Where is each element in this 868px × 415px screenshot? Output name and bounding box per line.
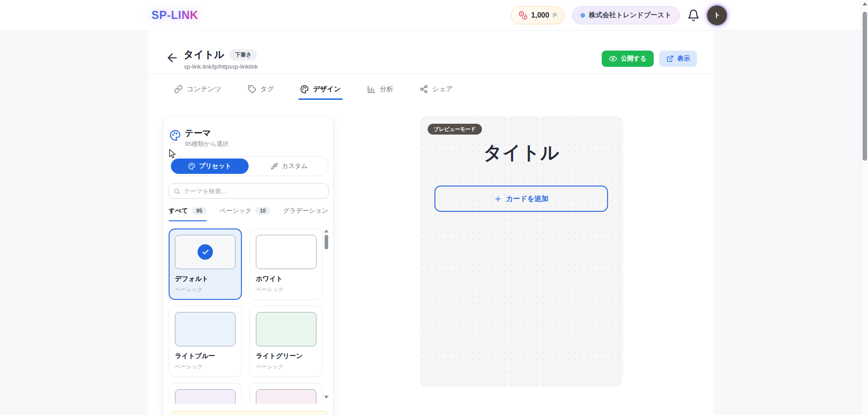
plus-icon — [494, 195, 502, 203]
theme-panel-subtitle: 95種類から選択 — [185, 140, 229, 148]
theme-card[interactable]: ライトブルー ベーシック — [169, 306, 242, 377]
title-row: タイトル 下書き — [184, 48, 257, 61]
add-card-button[interactable]: カードを追加 — [434, 186, 608, 212]
filter-tab-all[interactable]: すべて 95 — [169, 206, 207, 221]
points-badge[interactable]: 1,000 P — [511, 6, 565, 24]
tag-icon — [248, 85, 256, 93]
header-divider — [148, 74, 713, 74]
company-badge[interactable]: 株式会社トレンドブースト — [572, 6, 680, 24]
segment-preset[interactable]: プリセット — [171, 159, 249, 174]
theme-card[interactable]: ライトグリーン ベーシック — [250, 306, 323, 377]
head-actions: 公開する 表示 — [602, 51, 697, 67]
tip-box — [169, 411, 329, 415]
tab-contents[interactable]: コンテンツ — [174, 85, 222, 100]
filter-tab-basic[interactable]: ベーシック 10 — [219, 206, 270, 221]
filter-count-badge: 95 — [192, 207, 207, 215]
scrollbar-up-arrow-icon[interactable] — [863, 2, 867, 5]
publish-button[interactable]: 公開する — [602, 51, 654, 67]
palette-icon — [170, 130, 181, 141]
eyedropper-icon — [271, 163, 278, 170]
theme-filters: すべて 95 ベーシック 10 グラデーション — [169, 206, 329, 221]
theme-mode-segmented-control: プリセット カスタム — [169, 156, 329, 176]
theme-swatch — [256, 235, 316, 269]
theme-card[interactable] — [169, 383, 242, 404]
palette-icon — [188, 163, 195, 170]
theme-swatch — [175, 312, 236, 346]
preview-panel: プレビューモード タイトル カードを追加 — [420, 116, 623, 387]
avatar[interactable]: ト — [707, 5, 727, 25]
avatar-initial: ト — [713, 11, 720, 19]
search-icon — [174, 188, 180, 195]
header-right: 1,000 P 株式会社トレンドブースト ト — [511, 5, 727, 25]
theme-swatch — [175, 389, 236, 404]
view-button[interactable]: 表示 — [659, 51, 697, 67]
theme-search — [169, 183, 329, 199]
tab-share[interactable]: シェア — [420, 85, 453, 100]
points-unit: P — [553, 12, 557, 19]
check-icon — [198, 244, 213, 260]
external-link-icon — [666, 55, 674, 62]
theme-list-scrollbar-thumb[interactable] — [325, 235, 328, 249]
page-url: sp-link.link/lp/httpssp-linklink — [184, 63, 258, 70]
scroll-up-arrow-icon[interactable] — [324, 229, 329, 233]
page-scrollbar — [861, 0, 868, 415]
preview-mode-badge: プレビューモード — [428, 124, 482, 135]
theme-card[interactable]: ホワイト ベーシック — [250, 228, 323, 300]
theme-swatch — [256, 312, 316, 346]
status-dot-icon — [580, 13, 585, 18]
chart-icon — [367, 85, 376, 93]
filter-tab-gradation[interactable]: グラデーション — [283, 206, 328, 221]
eye-icon — [609, 55, 617, 63]
company-name: 株式会社トレンドブースト — [589, 11, 671, 19]
theme-card[interactable]: デフォルト ベーシック — [169, 228, 242, 300]
notification-bell-icon[interactable] — [687, 9, 700, 22]
coins-icon — [519, 11, 528, 20]
page-root: SP-LINK 1,000 P 株式会社トレンドブースト ト タイトル 下書き — [0, 0, 868, 415]
tab-design[interactable]: デザイン — [300, 85, 340, 100]
page-title: タイトル — [184, 48, 224, 61]
tab-bar: コンテンツ タグ デザイン 分析 シェア — [174, 85, 453, 100]
page-scrollbar-thumb[interactable] — [863, 12, 867, 161]
theme-search-input[interactable] — [184, 188, 324, 195]
filter-count-badge: 10 — [255, 207, 270, 215]
segment-custom[interactable]: カスタム — [250, 157, 328, 176]
points-value: 1,000 — [531, 11, 549, 19]
app-header: SP-LINK 1,000 P 株式会社トレンドブースト ト — [0, 0, 868, 31]
share-icon — [420, 85, 428, 93]
theme-grid: デフォルト ベーシック ホワイト ベーシック ライトブルー ベーシック ライトグ… — [169, 228, 323, 404]
theme-list: デフォルト ベーシック ホワイト ベーシック ライトブルー ベーシック ライトグ… — [169, 228, 329, 404]
scroll-down-arrow-icon[interactable] — [324, 396, 329, 399]
back-button[interactable] — [165, 51, 179, 65]
link-icon — [174, 85, 183, 93]
tab-analytics[interactable]: 分析 — [367, 85, 393, 100]
theme-panel: テーマ 95種類から選択 プリセット カスタム すべて 95 ベーシック — [163, 116, 334, 415]
theme-card[interactable] — [250, 383, 323, 404]
palette-icon — [300, 85, 309, 93]
app-logo[interactable]: SP-LINK — [151, 9, 198, 22]
theme-list-scrollbar — [324, 228, 329, 404]
main-content: タイトル 下書き sp-link.link/lp/httpssp-linklin… — [148, 31, 713, 415]
status-badge: 下書き — [230, 49, 257, 61]
theme-panel-title: テーマ — [185, 127, 211, 139]
page-head: タイトル 下書き sp-link.link/lp/httpssp-linklin… — [148, 31, 713, 74]
theme-swatch — [175, 235, 236, 269]
theme-swatch — [256, 389, 316, 404]
preview-title: タイトル — [420, 140, 623, 165]
tab-tags[interactable]: タグ — [248, 85, 274, 100]
